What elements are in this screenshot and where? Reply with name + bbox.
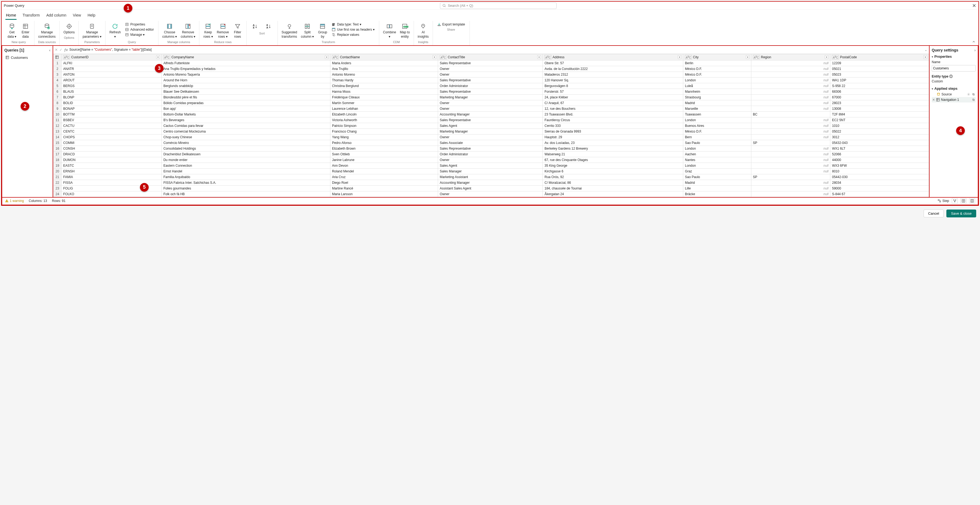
cell[interactable]: ANTON	[62, 71, 162, 77]
row-number[interactable]: 7	[53, 94, 62, 100]
cell[interactable]: null	[751, 117, 830, 123]
cell[interactable]: DUMON	[62, 157, 162, 163]
cell[interactable]: 8010	[830, 168, 929, 174]
filter-dropdown-icon[interactable]: ▾	[678, 55, 681, 59]
type-icon[interactable]: ABC	[685, 55, 692, 59]
cell[interactable]: Comércio Mineiro	[162, 140, 330, 146]
link-icon[interactable]	[972, 98, 975, 102]
cell[interactable]: Diego Roel	[330, 180, 438, 186]
table-row[interactable]: 7BLONPBlondesddsl père et filsFrédérique…	[53, 94, 929, 100]
cell[interactable]: AROUT	[62, 77, 162, 83]
applied-step-navigation-1[interactable]: ✕Navigation 1	[932, 97, 976, 102]
cell[interactable]: CENTC	[62, 129, 162, 134]
type-icon[interactable]: ABC	[544, 55, 551, 59]
cell[interactable]: CHOPS	[62, 134, 162, 140]
first-row-headers-button[interactable]: Use first row as headers ▾	[331, 27, 375, 32]
data-type-button[interactable]: ABC123Data type: Text ▾	[331, 22, 375, 27]
table-row[interactable]: 23FOLIGFolies gourmandesMartine RancéAss…	[53, 186, 929, 191]
cancel-button[interactable]: Cancel	[924, 210, 943, 218]
gear-icon[interactable]	[967, 93, 970, 96]
row-number[interactable]: 22	[53, 180, 62, 186]
cell[interactable]: Sales Agent	[438, 163, 543, 168]
row-number[interactable]: 1	[53, 60, 62, 66]
table-row[interactable]: 22FISSAFISSA Fabrica Inter. Salchichas S…	[53, 180, 929, 186]
remove-rows-button[interactable]: Removerows ▾	[215, 21, 231, 40]
cell[interactable]: Accounting Manager	[438, 111, 543, 117]
cell[interactable]: Order Administrator	[438, 83, 543, 89]
cell[interactable]: Cactus Comidas para llevar	[162, 123, 330, 129]
table-row[interactable]: 20ERNSHErnst HandelRoland MendelSales Ma…	[53, 168, 929, 174]
cell[interactable]: Nantes	[683, 157, 751, 163]
split-column-button[interactable]: Splitcolumn ▾	[299, 21, 315, 40]
cell[interactable]: Bottom-Dollar Markets	[162, 111, 330, 117]
row-number[interactable]: 5	[53, 83, 62, 89]
column-header-contactname[interactable]: ABCContactName▾	[330, 54, 438, 60]
cell[interactable]: Owner	[438, 134, 543, 140]
row-number[interactable]: 24	[53, 191, 62, 197]
cell[interactable]: Lille	[683, 186, 751, 191]
cell[interactable]: Marketing Manager	[438, 94, 543, 100]
cell[interactable]: B's Beverages	[162, 117, 330, 123]
cell[interactable]: DRACD	[62, 151, 162, 157]
cell[interactable]: Maria Anders	[330, 60, 438, 66]
row-number[interactable]: 3	[53, 71, 62, 77]
cell[interactable]: Fauntleroy Circus	[543, 117, 683, 123]
cell[interactable]: Pedro Afonso	[330, 140, 438, 146]
row-number[interactable]: 16	[53, 146, 62, 151]
grid-view-button[interactable]	[961, 198, 966, 203]
column-header-postalcode[interactable]: ABCPostalCode▾	[830, 54, 929, 60]
manage-connections-button[interactable]: Manageconnections	[37, 21, 57, 40]
cell[interactable]: Sao Paulo	[683, 140, 751, 146]
cell[interactable]: BOLID	[62, 100, 162, 106]
filter-dropdown-icon[interactable]: ▾	[746, 55, 749, 59]
cell[interactable]: Alfreds Futterkiste	[162, 60, 330, 66]
cell[interactable]: Antonio Moreno Taquería	[162, 71, 330, 77]
cell[interactable]: ALFKI	[62, 60, 162, 66]
applied-step-source[interactable]: Source	[932, 92, 976, 97]
cell[interactable]: null	[751, 123, 830, 129]
options-button[interactable]: Options	[62, 21, 76, 35]
cell[interactable]: 12, rue des Bouchers	[543, 106, 683, 111]
cell[interactable]: Aria Cruz	[330, 174, 438, 180]
cell[interactable]: Hauptstr. 29	[543, 134, 683, 140]
row-number[interactable]: 19	[53, 163, 62, 168]
row-number[interactable]: 14	[53, 134, 62, 140]
combine-button[interactable]: Combine▾	[381, 21, 398, 40]
cell[interactable]: Owner	[438, 106, 543, 111]
cell[interactable]: Owner	[438, 100, 543, 106]
cell[interactable]: FOLKO	[62, 191, 162, 197]
row-number[interactable]: 23	[53, 186, 62, 191]
group-by-button[interactable]: Groupby	[316, 21, 329, 40]
cell[interactable]: Owner	[438, 191, 543, 197]
cell[interactable]: Martín Sommer	[330, 100, 438, 106]
cell[interactable]: CONSH	[62, 146, 162, 151]
manage-parameters-button[interactable]: Manageparameters ▾	[81, 21, 103, 40]
cell[interactable]: Elizabeth Lincoln	[330, 111, 438, 117]
cell[interactable]: Sao Paulo	[683, 174, 751, 180]
cell[interactable]: BC	[751, 111, 830, 117]
cell[interactable]: Ana Trujillo	[330, 66, 438, 71]
cell[interactable]: Consolidated Holdings	[162, 146, 330, 151]
cell[interactable]: Mannheim	[683, 89, 751, 94]
cell[interactable]: Madrid	[683, 100, 751, 106]
cell[interactable]: null	[751, 163, 830, 168]
cell[interactable]: 05022	[830, 129, 929, 134]
cell[interactable]: Christina Berglund	[330, 83, 438, 89]
advanced-editor-button[interactable]: Advanced editor	[124, 27, 155, 32]
tab-view[interactable]: View	[72, 11, 82, 20]
cell[interactable]: WA1 1DP	[830, 77, 929, 83]
type-icon[interactable]: ABC	[63, 55, 70, 59]
properties-section[interactable]: Properties	[932, 54, 976, 59]
cell[interactable]: Folk och fä HB	[162, 191, 330, 197]
cell[interactable]: Owner	[438, 157, 543, 163]
cell[interactable]: SP	[751, 140, 830, 146]
commit-formula-icon[interactable]: ✓	[59, 48, 62, 52]
cell[interactable]: Patricio Simpson	[330, 123, 438, 129]
cell[interactable]: ANATR	[62, 66, 162, 71]
cell[interactable]: null	[751, 71, 830, 77]
link-icon[interactable]	[972, 93, 975, 96]
export-template-button[interactable]: Export template	[436, 22, 466, 27]
cell[interactable]: Blauer See Delikatessen	[162, 89, 330, 94]
cell[interactable]: null	[751, 151, 830, 157]
table-row[interactable]: 2ANATRAna Trujillo Emparedados y helados…	[53, 66, 929, 71]
